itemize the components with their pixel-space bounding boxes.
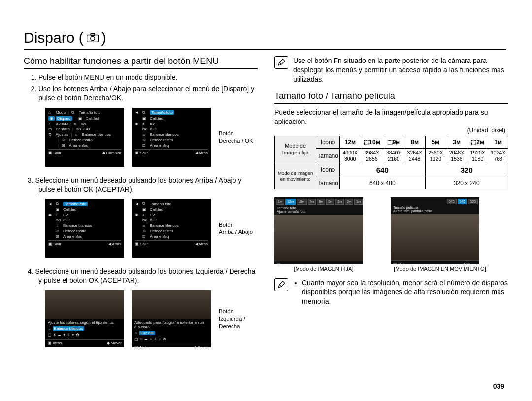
still-size-7: 1024X 768 <box>488 149 508 163</box>
movie-size-0: 640 x 480 <box>339 177 425 189</box>
step-2: Use los botones Arriba / Abajo para sele… <box>38 84 258 103</box>
menu-screenshot-c1: ◄⧉Tamaño foto ▣Calidad ◉±EV isoISO ☼Bala… <box>45 199 124 258</box>
menu-screenshot-d2: Adecuado para fotografía exterior en un … <box>132 290 211 347</box>
row-icon-label: Icono <box>316 136 340 149</box>
still-icon-4: 5ᴍ <box>425 136 446 149</box>
size-intro: Puede seleccionar el tamaño de la imagen… <box>274 108 508 126</box>
screenshot-pair-2: ◄⧉Tamaño foto ▣Calidad ◉±EV isoISO ☼Bala… <box>45 199 258 258</box>
still-icon-6: ⬚2ᴍ <box>467 136 488 149</box>
pencil-icon <box>274 278 288 291</box>
section-title-size: Tamaño foto / Tamaño película <box>274 91 508 104</box>
screenshot-pair-3: Ajuste los colores según el tipo de luz.… <box>45 290 258 347</box>
still-size-6: 1920X 1080 <box>467 149 488 163</box>
right-column: Use el botón Fn situado en la parte post… <box>274 56 508 356</box>
instruction-list-4: Seleccione un menú deseado pulsando los … <box>24 267 258 285</box>
svg-rect-1 <box>91 34 95 36</box>
page: Disparo ( ) Cómo habilitar funciones a p… <box>0 0 532 401</box>
resolution-note: Cuanto mayor sea la resolución, menor se… <box>274 278 508 307</box>
menu-screenshot-b: ◄⧉Tamaño foto ▣Calidad ◉±EV isoISO ☼Bala… <box>132 108 211 167</box>
instruction-list-3: Seleccione un menú deseado pulsando los … <box>24 176 258 194</box>
still-icon-0: 12ᴍ <box>339 136 361 149</box>
still-head: Modo de Imagen fija <box>275 136 316 163</box>
still-icon-5: 3ᴍ <box>446 136 467 149</box>
tip-text: Use el botón Fn situado en la parte post… <box>293 56 508 84</box>
movie-head: Modo de Imagen en movimiento <box>275 163 316 189</box>
svg-point-2 <box>91 36 95 40</box>
still-size-4: 2560X 1920 <box>425 149 446 163</box>
still-icon-1: ⬚10ᴍ <box>361 136 383 149</box>
screenshot-pair-1: ⌂Modo | ⧉Tamaño foto ◉Disparo | ▣Calidad… <box>45 108 258 167</box>
pencil-icon <box>274 56 288 69</box>
instruction-list: Pulse el botón MENU en un modo disponibl… <box>24 73 258 103</box>
movie-icon-1: 320 <box>425 163 508 177</box>
section-title-menu: Cómo habilitar funciones a partir del bo… <box>24 56 258 69</box>
page-number: 039 <box>493 382 504 390</box>
camera-icon <box>87 33 99 42</box>
step-1: Pulse el botón MENU en un modo disponibl… <box>38 73 258 82</box>
note-bullet-1: Cuanto mayor sea la resolución, menor se… <box>302 278 508 307</box>
still-size-1: 3984X 2656 <box>361 149 383 163</box>
tip-fn-button: Use el botón Fn situado en la parte post… <box>274 56 508 84</box>
still-icon-7: 1ᴍ <box>488 136 508 149</box>
label-leftright: Botón Izquierda / Derecha <box>219 308 245 330</box>
still-size-5: 2048X 1536 <box>446 149 467 163</box>
size-table: Modo de Imagen fija Icono 12ᴍ ⬚10ᴍ ⬚9ᴍ 8… <box>274 136 508 189</box>
unit-label: (Unidad: pixel) <box>274 127 505 134</box>
row-size-label: Tamaño <box>316 149 340 163</box>
menu-screenshot-a: ⌂Modo | ⧉Tamaño foto ◉Disparo | ▣Calidad… <box>45 108 124 167</box>
menu-screenshot-d1: Ajuste los colores según el tipo de luz.… <box>45 290 124 347</box>
still-size-3: 3264X 2448 <box>404 149 425 163</box>
movie-icon-0: 640 <box>339 163 425 177</box>
still-size-2: 3840X 2160 <box>383 149 404 163</box>
step-4: Seleccione un menú deseado pulsando los … <box>38 267 258 285</box>
title-text: Disparo ( <box>24 30 84 46</box>
label-updown: Botón Arriba / Abajo <box>219 221 253 236</box>
title-suffix: ) <box>101 30 106 46</box>
step-3: Seleccione un menú deseado pulsando los … <box>38 176 258 194</box>
demo-movie-screenshot: 640 640 320 Tamaño película Ajuste tam. … <box>391 197 479 264</box>
still-icon-2: ⬚9ᴍ <box>383 136 404 149</box>
label-right-ok: Botón Derecha / OK <box>219 130 253 145</box>
still-icon-3: 8ᴍ <box>404 136 425 149</box>
demo-screenshots: 1ᴍ 12ᴍ 10ᴍ 9ᴍ 8ᴍ 5ᴍ 3ᴍ 2ᴍ 1ᴍ Tamaño foto <box>274 197 508 272</box>
page-title: Disparo ( ) <box>24 30 506 50</box>
still-size-0: 4000X 3000 <box>339 149 361 163</box>
menu-screenshot-c2: ◄⧉Tamaño foto ▣Calidad ◉±EV isoISO ☼Bala… <box>132 199 211 258</box>
note-bullets: Cuanto mayor sea la resolución, menor se… <box>293 278 508 307</box>
movie-size-1: 320 x 240 <box>425 177 508 189</box>
demo-still-screenshot: 1ᴍ 12ᴍ 10ᴍ 9ᴍ 8ᴍ 5ᴍ 3ᴍ 2ᴍ 1ᴍ Tamaño foto <box>274 197 363 264</box>
left-column: Cómo habilitar funciones a partir del bo… <box>24 56 258 356</box>
